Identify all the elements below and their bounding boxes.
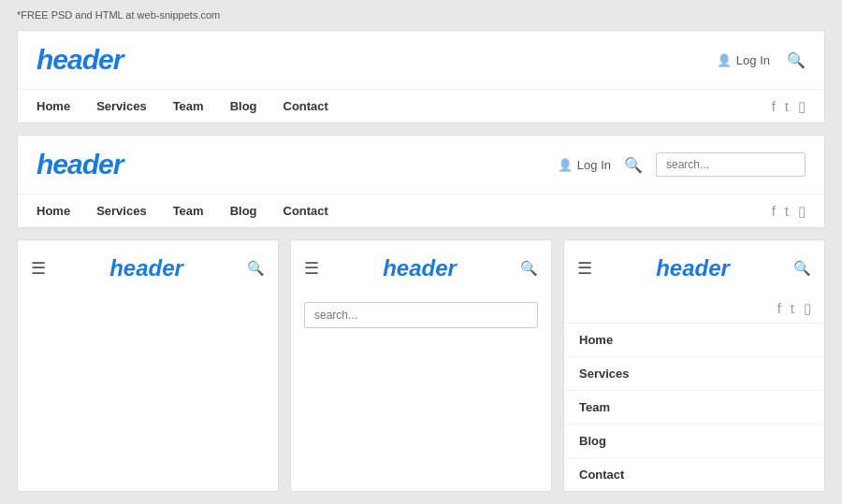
nav-link-home[interactable]: Home xyxy=(36,90,83,122)
instagram-icon-5[interactable]: ▯ xyxy=(804,300,811,317)
dropdown-nav-team[interactable]: Team xyxy=(564,391,824,425)
header2-nav-links: Home Services Team Blog Contact xyxy=(36,194,341,227)
facebook-icon[interactable]: f xyxy=(772,98,776,114)
header5-logo: header xyxy=(656,255,730,281)
nav2-link-contact[interactable]: Contact xyxy=(270,194,341,227)
header1-search-button[interactable]: 🔍 xyxy=(787,51,806,69)
header4-logo: header xyxy=(383,255,457,281)
header4-top: ☰ header 🔍 xyxy=(291,240,551,296)
hamburger-icon-4[interactable]: ☰ xyxy=(304,258,319,279)
header5-dropdown-nav: Home Services Team Blog Contact xyxy=(564,324,824,491)
header1-navbar: Home Services Team Blog Contact f t ▯ xyxy=(18,89,824,122)
nav2-link-services[interactable]: Services xyxy=(83,194,160,227)
twitter-icon-5[interactable]: t xyxy=(791,300,794,317)
three-col-row: ☰ header 🔍 ☰ header 🔍 ☰ header 🔍 f t ▯ H… xyxy=(17,239,825,492)
header2-logo: header xyxy=(36,149,548,180)
facebook-icon-2[interactable]: f xyxy=(772,203,776,219)
header4-search-area xyxy=(291,296,551,334)
facebook-icon-5[interactable]: f xyxy=(777,300,781,317)
header2-search-input[interactable] xyxy=(656,152,806,177)
dropdown-nav-services[interactable]: Services xyxy=(564,357,824,391)
twitter-icon-2[interactable]: t xyxy=(785,203,789,219)
header4-card: ☰ header 🔍 xyxy=(290,239,552,492)
hamburger-icon-3[interactable]: ☰ xyxy=(31,258,46,279)
header2-right: Log In 🔍 xyxy=(558,152,806,177)
dropdown-nav-contact[interactable]: Contact xyxy=(564,458,824,491)
header1-login[interactable]: Log In xyxy=(717,53,770,67)
header2-navbar: Home Services Team Blog Contact f t ▯ xyxy=(18,194,824,227)
header2-login[interactable]: Log In xyxy=(558,158,611,172)
header1-social: f t ▯ xyxy=(772,98,806,115)
web-snippets-link[interactable]: web-snippets.com xyxy=(138,9,221,21)
dropdown-nav-home[interactable]: Home xyxy=(564,324,824,357)
header2-card: header Log In 🔍 Home Services Team Blog … xyxy=(17,135,825,228)
header5-social: f t ▯ xyxy=(564,296,824,324)
top-note: *FREE PSD and HTML at web-snippets.com xyxy=(17,9,825,21)
twitter-icon[interactable]: t xyxy=(785,98,789,114)
header3-search-button[interactable]: 🔍 xyxy=(247,260,265,277)
nav-link-blog[interactable]: Blog xyxy=(217,90,270,122)
instagram-icon[interactable]: ▯ xyxy=(798,98,806,115)
hamburger-icon-5[interactable]: ☰ xyxy=(577,258,592,279)
header1-right: Log In 🔍 xyxy=(717,51,806,69)
nav-link-team[interactable]: Team xyxy=(160,90,217,122)
header2-social: f t ▯ xyxy=(772,203,806,220)
header4-search-button[interactable]: 🔍 xyxy=(520,260,538,277)
header4-search-input[interactable] xyxy=(304,302,538,328)
person-icon xyxy=(717,53,732,67)
nav2-link-team[interactable]: Team xyxy=(160,194,217,227)
nav2-link-home[interactable]: Home xyxy=(36,194,83,227)
instagram-icon-2[interactable]: ▯ xyxy=(798,203,806,220)
nav2-link-blog[interactable]: Blog xyxy=(217,194,270,227)
header5-top: ☰ header 🔍 xyxy=(564,240,824,296)
person-icon-2 xyxy=(558,158,573,172)
header2-top: header Log In 🔍 xyxy=(18,136,824,194)
header5-card: ☰ header 🔍 f t ▯ Home Services Team Blog… xyxy=(563,239,825,492)
header3-card: ☰ header 🔍 xyxy=(17,239,279,492)
header5-search-button[interactable]: 🔍 xyxy=(793,260,811,277)
header3-top: ☰ header 🔍 xyxy=(18,240,278,296)
header1-top: header Log In 🔍 xyxy=(18,31,824,89)
dropdown-nav-blog[interactable]: Blog xyxy=(564,425,824,458)
nav-link-services[interactable]: Services xyxy=(83,90,160,122)
nav-link-contact[interactable]: Contact xyxy=(270,90,341,122)
header3-logo: header xyxy=(109,255,183,281)
header1-logo: header xyxy=(36,44,123,76)
header1-nav-links: Home Services Team Blog Contact xyxy=(36,90,341,122)
header2-search-button[interactable]: 🔍 xyxy=(624,156,643,174)
header1-card: header Log In 🔍 Home Services Team Blog … xyxy=(17,30,825,123)
